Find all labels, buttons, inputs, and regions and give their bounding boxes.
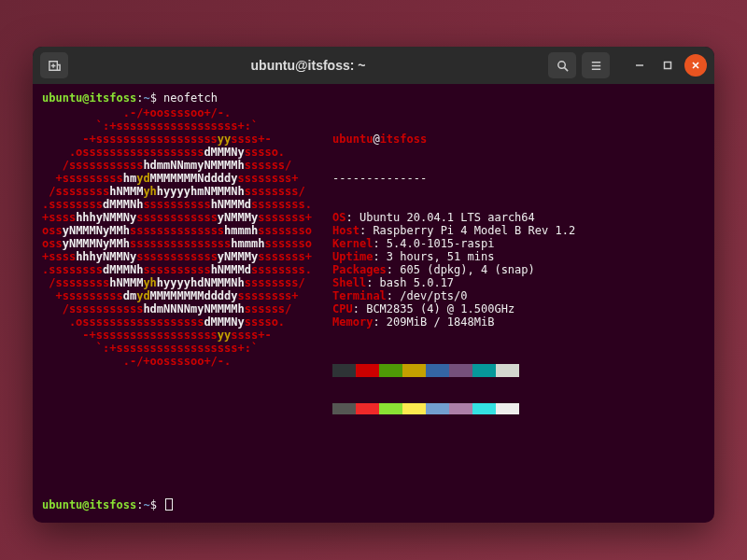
info-dashes: -------------- <box>332 172 575 185</box>
menu-button[interactable] <box>582 52 610 78</box>
hamburger-icon <box>589 59 603 73</box>
prompt-user: ubuntu <box>42 91 82 105</box>
info-row: Memory: 209MiB / 1848MiB <box>332 315 575 329</box>
color-swatches <box>332 364 575 377</box>
svg-line-1 <box>564 67 568 71</box>
prompt-host: itsfoss <box>90 91 137 105</box>
maximize-button[interactable] <box>656 54 679 77</box>
prompt-line: ubuntu@itsfoss:~$ neofetch <box>42 91 705 105</box>
info-row: Kernel: 5.4.0-1015-raspi <box>332 237 575 250</box>
prompt-dollar: $ <box>150 91 157 105</box>
swatch <box>379 403 402 414</box>
minimize-button[interactable] <box>628 54 651 77</box>
info-val: : bash 5.0.17 <box>366 276 454 289</box>
info-key: Kernel <box>332 237 373 250</box>
swatch <box>449 403 472 414</box>
swatch <box>379 364 402 377</box>
info-val: : 3 hours, 51 mins <box>373 250 494 263</box>
close-icon <box>691 61 700 70</box>
swatch <box>356 403 379 414</box>
search-button[interactable] <box>548 52 576 78</box>
prompt-command: neofetch <box>163 91 218 105</box>
svg-rect-3 <box>665 63 671 69</box>
terminal-window: ubuntu@itsfoss: ~ ubuntu@itsfoss:~$ neof… <box>33 47 714 523</box>
window-title: ubuntu@itsfoss: ~ <box>74 58 543 73</box>
swatch <box>426 364 449 377</box>
swatch <box>496 403 519 414</box>
prompt-line-2: ubuntu@itsfoss:~$ <box>42 498 705 511</box>
color-swatches-bright <box>332 403 575 414</box>
terminal-body[interactable]: ubuntu@itsfoss:~$ neofetch .-/+oossssoo+… <box>33 84 714 523</box>
info-key: Memory <box>332 315 373 329</box>
swatch <box>332 403 356 414</box>
info-val: : 605 (dpkg), 4 (snap) <box>387 263 535 276</box>
close-button[interactable] <box>684 54 707 77</box>
info-key: CPU <box>332 302 353 315</box>
swatch <box>449 364 472 377</box>
neofetch-ascii-logo: .-/+oossssoo+/-. `:+ssssssssssssssssss+:… <box>42 106 312 441</box>
info-user: ubuntu <box>332 133 373 146</box>
info-key: Uptime <box>332 250 373 263</box>
swatch <box>472 364 496 377</box>
neofetch-info: ubuntu@itsfoss -------------- OS: Ubuntu… <box>332 106 575 441</box>
new-tab-button[interactable] <box>40 52 68 78</box>
swatch <box>356 364 379 377</box>
info-key: Packages <box>332 263 387 276</box>
swatch <box>402 364 426 377</box>
swatch <box>332 364 356 377</box>
info-row: Host: Raspberry Pi 4 Model B Rev 1.2 <box>332 224 575 237</box>
info-val: : Raspberry Pi 4 Model B Rev 1.2 <box>359 224 575 237</box>
info-row: Terminal: /dev/pts/0 <box>332 289 575 302</box>
cursor <box>165 498 173 511</box>
info-host: itsfoss <box>380 133 428 146</box>
swatch <box>402 403 426 414</box>
info-val: : 209MiB / 1848MiB <box>373 315 494 329</box>
info-at: @ <box>373 133 379 146</box>
info-key: Terminal <box>332 289 387 302</box>
prompt-path: ~ <box>143 91 149 105</box>
info-row: OS: Ubuntu 20.04.1 LTS aarch64 <box>332 211 575 224</box>
search-icon <box>556 59 570 73</box>
swatch <box>472 403 496 414</box>
info-val: : 5.4.0-1015-raspi <box>373 237 494 250</box>
maximize-icon <box>663 61 672 70</box>
new-tab-icon <box>48 59 62 73</box>
minimize-icon <box>635 61 644 70</box>
info-val: : /dev/pts/0 <box>387 289 468 302</box>
swatch <box>496 364 519 377</box>
prompt-at: @ <box>82 91 89 105</box>
svg-point-0 <box>557 61 565 68</box>
info-val: : BCM2835 (4) @ 1.500GHz <box>353 302 514 315</box>
info-row: CPU: BCM2835 (4) @ 1.500GHz <box>332 302 575 315</box>
info-key: Host <box>332 224 359 237</box>
info-row: Uptime: 3 hours, 51 mins <box>332 250 575 263</box>
swatch <box>426 403 449 414</box>
info-row: Shell: bash 5.0.17 <box>332 276 575 289</box>
info-val: : Ubuntu 20.04.1 LTS aarch64 <box>345 211 534 224</box>
info-key: OS <box>332 211 345 224</box>
info-key: Shell <box>332 276 366 289</box>
info-row: Packages: 605 (dpkg), 4 (snap) <box>332 263 575 276</box>
titlebar: ubuntu@itsfoss: ~ <box>33 47 714 84</box>
